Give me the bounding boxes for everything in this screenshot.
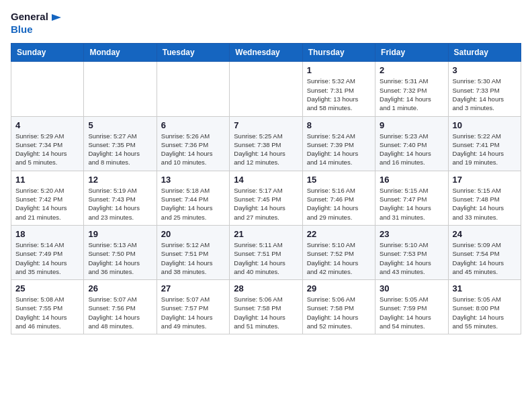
- day-info: Sunrise: 5:13 AM Sunset: 7:50 PM Dayligh…: [88, 240, 152, 276]
- day-info: Sunrise: 5:06 AM Sunset: 7:58 PM Dayligh…: [307, 295, 371, 330]
- calendar-cell: 29Sunrise: 5:06 AM Sunset: 7:58 PM Dayli…: [302, 280, 375, 334]
- day-number: 20: [161, 229, 225, 239]
- day-info: Sunrise: 5:18 AM Sunset: 7:44 PM Dayligh…: [161, 186, 225, 222]
- logo-triangle-icon: [49, 11, 61, 24]
- calendar-cell: 15Sunrise: 5:16 AM Sunset: 7:46 PM Dayli…: [302, 171, 375, 225]
- day-info: Sunrise: 5:20 AM Sunset: 7:42 PM Dayligh…: [15, 186, 79, 222]
- day-number: 11: [15, 175, 79, 185]
- calendar-table: SundayMondayTuesdayWednesdayThursdayFrid…: [11, 43, 521, 334]
- day-info: Sunrise: 5:22 AM Sunset: 7:41 PM Dayligh…: [453, 132, 517, 167]
- calendar-cell: 19Sunrise: 5:13 AM Sunset: 7:50 PM Dayli…: [84, 225, 157, 279]
- calendar-cell: 9Sunrise: 5:23 AM Sunset: 7:40 PM Daylig…: [375, 116, 448, 171]
- day-number: 12: [88, 175, 152, 185]
- day-info: Sunrise: 5:23 AM Sunset: 7:40 PM Dayligh…: [380, 132, 443, 167]
- day-number: 9: [380, 120, 443, 130]
- day-info: Sunrise: 5:06 AM Sunset: 7:58 PM Dayligh…: [234, 295, 298, 330]
- calendar-cell: 11Sunrise: 5:20 AM Sunset: 7:42 PM Dayli…: [11, 171, 84, 225]
- weekday-header-thursday: Thursday: [302, 44, 375, 62]
- logo: General Blue: [11, 11, 62, 35]
- calendar-cell: 21Sunrise: 5:11 AM Sunset: 7:51 PM Dayli…: [230, 225, 302, 279]
- day-info: Sunrise: 5:32 AM Sunset: 7:31 PM Dayligh…: [307, 77, 371, 112]
- day-info: Sunrise: 5:17 AM Sunset: 7:45 PM Dayligh…: [234, 186, 298, 222]
- calendar-cell: 26Sunrise: 5:07 AM Sunset: 7:56 PM Dayli…: [84, 280, 157, 334]
- day-info: Sunrise: 5:07 AM Sunset: 7:56 PM Dayligh…: [88, 295, 152, 330]
- day-number: 14: [234, 175, 298, 185]
- day-info: Sunrise: 5:27 AM Sunset: 7:35 PM Dayligh…: [88, 132, 152, 167]
- day-number: 26: [88, 283, 152, 293]
- day-number: 28: [234, 283, 298, 293]
- calendar-week-4: 18Sunrise: 5:14 AM Sunset: 7:49 PM Dayli…: [11, 225, 521, 279]
- logo-wordmark: General Blue: [11, 11, 62, 35]
- day-info: Sunrise: 5:15 AM Sunset: 7:48 PM Dayligh…: [453, 186, 517, 222]
- calendar-cell: 23Sunrise: 5:10 AM Sunset: 7:53 PM Dayli…: [375, 225, 448, 279]
- day-number: 19: [88, 229, 152, 239]
- calendar-cell: 10Sunrise: 5:22 AM Sunset: 7:41 PM Dayli…: [448, 116, 521, 171]
- day-number: 23: [380, 229, 443, 239]
- day-info: Sunrise: 5:05 AM Sunset: 7:59 PM Dayligh…: [380, 295, 443, 330]
- day-info: Sunrise: 5:12 AM Sunset: 7:51 PM Dayligh…: [161, 240, 225, 276]
- day-number: 13: [161, 175, 225, 185]
- day-number: 1: [307, 65, 371, 75]
- calendar-cell: 6Sunrise: 5:26 AM Sunset: 7:36 PM Daylig…: [157, 116, 229, 171]
- weekday-header-sunday: Sunday: [11, 44, 84, 62]
- weekday-header-tuesday: Tuesday: [157, 44, 229, 62]
- calendar-cell: 2Sunrise: 5:31 AM Sunset: 7:32 PM Daylig…: [375, 62, 448, 116]
- day-number: 2: [380, 65, 443, 75]
- day-info: Sunrise: 5:08 AM Sunset: 7:55 PM Dayligh…: [15, 295, 79, 330]
- calendar-cell: 22Sunrise: 5:10 AM Sunset: 7:52 PM Dayli…: [302, 225, 375, 279]
- day-number: 7: [234, 120, 298, 130]
- calendar-cell: [230, 62, 302, 116]
- day-number: 6: [161, 120, 225, 130]
- day-info: Sunrise: 5:07 AM Sunset: 7:57 PM Dayligh…: [161, 295, 225, 330]
- weekday-header-wednesday: Wednesday: [230, 44, 302, 62]
- calendar-cell: 30Sunrise: 5:05 AM Sunset: 7:59 PM Dayli…: [375, 280, 448, 334]
- calendar-cell: 31Sunrise: 5:05 AM Sunset: 8:00 PM Dayli…: [448, 280, 521, 334]
- day-number: 10: [453, 120, 517, 130]
- calendar-cell: 3Sunrise: 5:30 AM Sunset: 7:33 PM Daylig…: [448, 62, 521, 116]
- day-info: Sunrise: 5:30 AM Sunset: 7:33 PM Dayligh…: [453, 77, 517, 112]
- day-info: Sunrise: 5:19 AM Sunset: 7:43 PM Dayligh…: [88, 186, 152, 222]
- day-number: 16: [380, 175, 443, 185]
- day-info: Sunrise: 5:16 AM Sunset: 7:46 PM Dayligh…: [307, 186, 371, 222]
- day-info: Sunrise: 5:31 AM Sunset: 7:32 PM Dayligh…: [380, 77, 443, 112]
- day-info: Sunrise: 5:11 AM Sunset: 7:51 PM Dayligh…: [234, 240, 298, 276]
- day-number: 15: [307, 175, 371, 185]
- day-number: 4: [15, 120, 79, 130]
- day-number: 18: [15, 229, 79, 239]
- calendar-week-2: 4Sunrise: 5:29 AM Sunset: 7:34 PM Daylig…: [11, 116, 521, 171]
- day-number: 31: [453, 283, 517, 293]
- calendar-cell: 4Sunrise: 5:29 AM Sunset: 7:34 PM Daylig…: [11, 116, 84, 171]
- weekday-header-friday: Friday: [375, 44, 448, 62]
- calendar-cell: 1Sunrise: 5:32 AM Sunset: 7:31 PM Daylig…: [302, 62, 375, 116]
- svg-marker-0: [52, 14, 61, 21]
- day-info: Sunrise: 5:29 AM Sunset: 7:34 PM Dayligh…: [15, 132, 79, 167]
- day-info: Sunrise: 5:24 AM Sunset: 7:39 PM Dayligh…: [307, 132, 371, 167]
- day-number: 5: [88, 120, 152, 130]
- day-number: 22: [307, 229, 371, 239]
- calendar-week-1: 1Sunrise: 5:32 AM Sunset: 7:31 PM Daylig…: [11, 62, 521, 116]
- calendar-cell: 5Sunrise: 5:27 AM Sunset: 7:35 PM Daylig…: [84, 116, 157, 171]
- page-header: General Blue: [11, 11, 521, 35]
- calendar-cell: [84, 62, 157, 116]
- calendar-cell: 13Sunrise: 5:18 AM Sunset: 7:44 PM Dayli…: [157, 171, 229, 225]
- day-number: 17: [453, 175, 517, 185]
- calendar-cell: 12Sunrise: 5:19 AM Sunset: 7:43 PM Dayli…: [84, 171, 157, 225]
- calendar-cell: 17Sunrise: 5:15 AM Sunset: 7:48 PM Dayli…: [448, 171, 521, 225]
- day-info: Sunrise: 5:15 AM Sunset: 7:47 PM Dayligh…: [380, 186, 443, 222]
- calendar-cell: 24Sunrise: 5:09 AM Sunset: 7:54 PM Dayli…: [448, 225, 521, 279]
- calendar-cell: 25Sunrise: 5:08 AM Sunset: 7:55 PM Dayli…: [11, 280, 84, 334]
- day-info: Sunrise: 5:26 AM Sunset: 7:36 PM Dayligh…: [161, 132, 225, 167]
- calendar-cell: 16Sunrise: 5:15 AM Sunset: 7:47 PM Dayli…: [375, 171, 448, 225]
- calendar-cell: 28Sunrise: 5:06 AM Sunset: 7:58 PM Dayli…: [230, 280, 302, 334]
- weekday-header-saturday: Saturday: [448, 44, 521, 62]
- calendar-cell: 18Sunrise: 5:14 AM Sunset: 7:49 PM Dayli…: [11, 225, 84, 279]
- day-info: Sunrise: 5:10 AM Sunset: 7:53 PM Dayligh…: [380, 240, 443, 276]
- day-number: 30: [380, 283, 443, 293]
- day-number: 27: [161, 283, 225, 293]
- day-number: 3: [453, 65, 517, 75]
- day-number: 24: [453, 229, 517, 239]
- weekday-header-monday: Monday: [84, 44, 157, 62]
- calendar-cell: 8Sunrise: 5:24 AM Sunset: 7:39 PM Daylig…: [302, 116, 375, 171]
- day-info: Sunrise: 5:10 AM Sunset: 7:52 PM Dayligh…: [307, 240, 371, 276]
- day-number: 29: [307, 283, 371, 293]
